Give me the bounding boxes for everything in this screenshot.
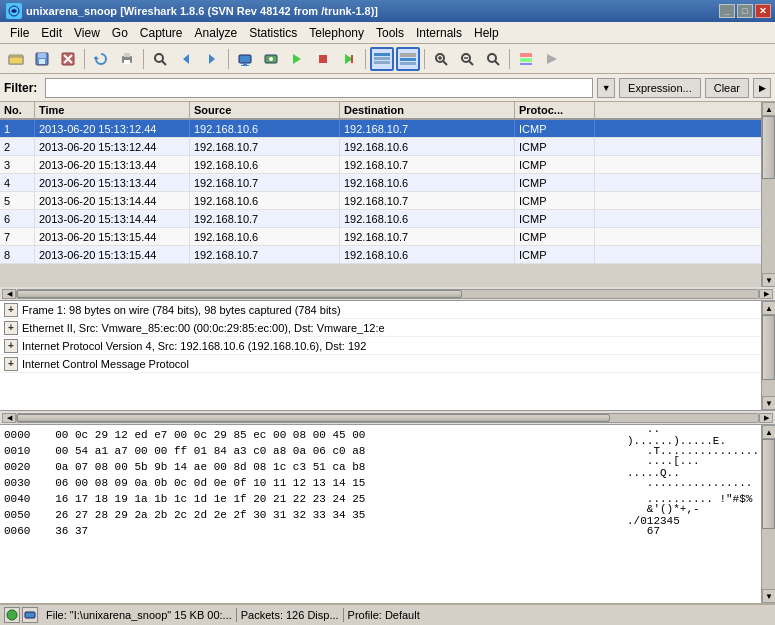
toolbar-capture-start[interactable]	[285, 47, 309, 71]
menu-analyze[interactable]: Analyze	[189, 24, 244, 42]
menu-view[interactable]: View	[68, 24, 106, 42]
detail-hscroll-right[interactable]: ▶	[759, 413, 773, 423]
tree-item[interactable]: + Frame 1: 98 bytes on wire (784 bits), …	[0, 301, 761, 319]
toolbar-zoom-in[interactable]	[429, 47, 453, 71]
toolbar-capture-iface[interactable]	[233, 47, 257, 71]
menu-internals[interactable]: Internals	[410, 24, 468, 42]
tree-item[interactable]: + Internet Protocol Version 4, Src: 192.…	[0, 337, 761, 355]
minimize-button[interactable]: _	[719, 4, 735, 18]
expression-button[interactable]: Expression...	[619, 78, 701, 98]
col-header-no[interactable]: No.	[0, 102, 35, 118]
detail-vscroll-up[interactable]: ▲	[762, 301, 775, 315]
menu-statistics[interactable]: Statistics	[243, 24, 303, 42]
status-sep1	[236, 608, 237, 622]
toolbar-zoom-out[interactable]	[455, 47, 479, 71]
menu-file[interactable]: File	[4, 24, 35, 42]
packet-cell-proto: ICMP	[515, 156, 595, 173]
toolbar-capture-restart[interactable]	[337, 47, 361, 71]
filter-dropdown-btn[interactable]: ▼	[597, 78, 615, 98]
toolbar-reload[interactable]	[89, 47, 113, 71]
toolbar-prev[interactable]	[174, 47, 198, 71]
packet-cell-time: 2013-06-20 15:13:15.44	[35, 228, 190, 245]
toolbar-pane-packets[interactable]	[370, 47, 394, 71]
packet-row[interactable]: 3 2013-06-20 15:13:13.44 192.168.10.6 19…	[0, 156, 761, 174]
tree-item[interactable]: + Internet Control Message Protocol	[0, 355, 761, 373]
toolbar-capture-options[interactable]	[259, 47, 283, 71]
col-header-dest[interactable]: Destination	[340, 102, 515, 118]
packet-hscroll-right[interactable]: ▶	[759, 289, 773, 299]
tree-item[interactable]: + Ethernet II, Src: Vmware_85:ec:00 (00:…	[0, 319, 761, 337]
hex-bytes: 16 17 18 19 1a 1b 1c 1d 1e 1f 20 21 22 2…	[42, 493, 627, 505]
filter-end-btn[interactable]: ▶	[753, 78, 771, 98]
packet-cell-src: 192.168.10.7	[190, 210, 340, 227]
packet-hscroll-left[interactable]: ◀	[2, 289, 16, 299]
hex-offset: 0020	[4, 461, 42, 473]
hex-vscroll[interactable]: ▲ ▼	[761, 425, 775, 603]
toolbar-save[interactable]	[30, 47, 54, 71]
hex-vscroll-track[interactable]	[762, 439, 775, 589]
detail-hscroll[interactable]: ◀ ▶	[0, 411, 775, 425]
packet-row[interactable]: 4 2013-06-20 15:13:13.44 192.168.10.7 19…	[0, 174, 761, 192]
toolbar-sep4	[365, 49, 366, 69]
tree-expand-icon[interactable]: +	[4, 321, 18, 335]
packet-hscroll[interactable]: ◀ ▶	[0, 287, 775, 301]
detail-hscroll-left[interactable]: ◀	[2, 413, 16, 423]
packet-row[interactable]: 8 2013-06-20 15:13:15.44 192.168.10.7 19…	[0, 246, 761, 264]
svg-rect-20	[241, 65, 249, 66]
hex-vscroll-down[interactable]: ▼	[762, 589, 775, 603]
packet-vscroll-track[interactable]	[762, 116, 775, 273]
detail-vscroll-track[interactable]	[762, 315, 775, 396]
hex-vscroll-up[interactable]: ▲	[762, 425, 775, 439]
svg-rect-43	[520, 58, 532, 62]
tree-item-label: Frame 1: 98 bytes on wire (784 bits), 98…	[22, 304, 341, 316]
col-header-source[interactable]: Source	[190, 102, 340, 118]
detail-vscroll[interactable]: ▲ ▼	[761, 301, 775, 410]
svg-rect-32	[400, 62, 416, 65]
menu-telephony[interactable]: Telephony	[303, 24, 370, 42]
menu-tools[interactable]: Tools	[370, 24, 410, 42]
svg-marker-16	[183, 54, 189, 64]
filter-input[interactable]	[45, 78, 593, 98]
svg-rect-28	[374, 57, 390, 60]
col-header-proto[interactable]: Protoc...	[515, 102, 595, 118]
toolbar-autoscroll[interactable]	[540, 47, 564, 71]
toolbar-pane-detail[interactable]	[396, 47, 420, 71]
toolbar-open[interactable]	[4, 47, 28, 71]
detail-vscroll-down[interactable]: ▼	[762, 396, 775, 410]
menu-go[interactable]: Go	[106, 24, 134, 42]
toolbar-zoom-reset[interactable]	[481, 47, 505, 71]
svg-point-46	[7, 610, 17, 620]
menu-capture[interactable]: Capture	[134, 24, 189, 42]
packet-row[interactable]: 5 2013-06-20 15:13:14.44 192.168.10.6 19…	[0, 192, 761, 210]
detail-hscroll-thumb	[17, 414, 610, 422]
packet-vscroll-down[interactable]: ▼	[762, 273, 775, 287]
tree-expand-icon[interactable]: +	[4, 339, 18, 353]
packet-hscroll-thumb	[17, 290, 462, 298]
toolbar-print[interactable]	[115, 47, 139, 71]
packet-row[interactable]: 7 2013-06-20 15:13:15.44 192.168.10.6 19…	[0, 228, 761, 246]
packet-hscroll-track[interactable]	[16, 289, 759, 299]
menu-help[interactable]: Help	[468, 24, 505, 42]
col-header-time[interactable]: Time	[35, 102, 190, 118]
toolbar-close[interactable]	[56, 47, 80, 71]
toolbar-capture-stop[interactable]	[311, 47, 335, 71]
detail-hscroll-track[interactable]	[16, 413, 759, 423]
svg-rect-30	[400, 53, 416, 57]
svg-rect-3	[9, 57, 23, 64]
packet-vscroll-up[interactable]: ▲	[762, 102, 775, 116]
maximize-button[interactable]: □	[737, 4, 753, 18]
packet-vscroll[interactable]: ▲ ▼	[761, 102, 775, 287]
svg-rect-29	[374, 61, 390, 64]
toolbar-find[interactable]	[148, 47, 172, 71]
tree-expand-icon[interactable]: +	[4, 357, 18, 371]
clear-button[interactable]: Clear	[705, 78, 749, 98]
packet-row[interactable]: 1 2013-06-20 15:13:12.44 192.168.10.6 19…	[0, 120, 761, 138]
menu-edit[interactable]: Edit	[35, 24, 68, 42]
status-packets: Packets: 126 Disp...	[241, 609, 339, 621]
toolbar-colorize[interactable]	[514, 47, 538, 71]
packet-row[interactable]: 2 2013-06-20 15:13:12.44 192.168.10.7 19…	[0, 138, 761, 156]
close-button[interactable]: ✕	[755, 4, 771, 18]
toolbar-next[interactable]	[200, 47, 224, 71]
packet-row[interactable]: 6 2013-06-20 15:13:14.44 192.168.10.7 19…	[0, 210, 761, 228]
tree-expand-icon[interactable]: +	[4, 303, 18, 317]
